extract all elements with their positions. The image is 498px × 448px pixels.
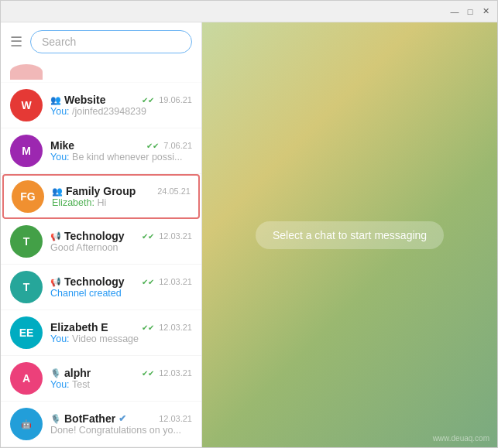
avatar: FG	[12, 180, 44, 213]
read-check-icon: ✔✔	[142, 278, 154, 286]
list-item[interactable]: T📢Technology✔✔12.03.21Good Afternoon	[1, 219, 201, 265]
chat-name: Mike	[50, 139, 74, 152]
read-check-icon: ✔✔	[142, 232, 154, 241]
chat-preview: You: /joinfed23948239	[50, 106, 192, 117]
preview-sender: You:	[50, 152, 72, 162]
chat-info: Mike✔✔7.06.21You: Be kind whenever possi…	[50, 139, 192, 162]
list-item[interactable]: 🤖🎙️BotFather✔12.03.21Done! Congratulatio…	[1, 402, 201, 447]
avatar: W	[10, 89, 43, 121]
mic-icon: 🎙️	[50, 414, 61, 424]
app-window: — □ ✕ ☰ W👥Website✔✔19.06.21You: /joinfed…	[0, 0, 498, 448]
read-check-icon: ✔✔	[142, 96, 154, 104]
mic-icon: 🎙️	[50, 368, 61, 378]
preview-sender: You:	[50, 379, 72, 390]
list-item[interactable]	[1, 61, 201, 83]
avatar: A	[10, 362, 43, 395]
hamburger-icon[interactable]: ☰	[10, 33, 22, 50]
sidebar-header: ☰	[1, 22, 201, 61]
minimize-button[interactable]: —	[448, 5, 462, 19]
chat-name: Elizabeth E	[50, 321, 108, 333]
group-icon: 👥	[50, 95, 61, 105]
chat-name: 📢Technology	[50, 230, 125, 242]
maximize-button[interactable]: □	[463, 5, 477, 19]
search-input[interactable]	[30, 30, 192, 53]
chat-date: 19.06.21	[159, 95, 192, 104]
chat-name: 📢Technology	[50, 275, 125, 288]
list-item[interactable]: W👥Website✔✔19.06.21You: /joinfed23948239	[1, 83, 201, 128]
chat-info: Elizabeth E✔✔12.03.21You: Video message	[50, 321, 192, 344]
avatar: 🤖	[10, 408, 43, 440]
read-check-icon: ✔✔	[142, 323, 154, 332]
read-check-icon: ✔✔	[146, 142, 159, 150]
right-panel: Select a chat to start messaging www.deu…	[202, 22, 497, 447]
avatar: T	[10, 225, 43, 258]
preview-sender: You:	[50, 106, 72, 117]
list-item[interactable]: FG👥Family Group24.05.21Elizabeth: Hi	[2, 174, 200, 219]
chat-date: 12.03.21	[159, 414, 192, 423]
avatar: T	[10, 271, 43, 303]
chat-info: 🎙️alphr✔✔12.03.21You: Test	[50, 367, 192, 390]
titlebar: — □ ✕	[1, 1, 497, 22]
chat-info: 📢Technology✔✔12.03.21Channel created	[50, 275, 192, 299]
chat-name: 👥Website	[50, 94, 105, 106]
chat-date: 24.05.21	[157, 186, 191, 196]
chat-date: 7.06.21	[163, 141, 192, 150]
chat-date: 12.03.21	[159, 368, 192, 378]
avatar: M	[10, 135, 43, 167]
select-chat-message: Select a chat to start messaging	[256, 221, 444, 249]
channel-icon: 📢	[50, 231, 61, 241]
chat-date: 12.03.21	[159, 323, 192, 332]
chat-date: 12.03.21	[159, 277, 192, 286]
chat-info: 🎙️BotFather✔12.03.21Done! Congratulation…	[50, 412, 192, 436]
chat-preview: Elizabeth: Hi	[52, 197, 191, 208]
chat-name: 👥Family Group	[52, 185, 136, 197]
list-item[interactable]: EEElizabeth E✔✔12.03.21You: Video messag…	[1, 310, 201, 356]
verify-icon: ✔	[118, 413, 126, 424]
chat-info: 👥Family Group24.05.21Elizabeth: Hi	[52, 185, 191, 208]
channel-icon: 📢	[50, 277, 61, 287]
chat-preview: You: Video message	[50, 333, 192, 344]
chat-preview: Channel created	[50, 288, 192, 299]
list-item[interactable]: T📢Technology✔✔12.03.21Channel created	[1, 265, 201, 310]
sidebar: ☰ W👥Website✔✔19.06.21You: /joinfed239482…	[1, 22, 202, 447]
chat-list: W👥Website✔✔19.06.21You: /joinfed23948239…	[1, 61, 201, 447]
main-layout: ☰ W👥Website✔✔19.06.21You: /joinfed239482…	[1, 22, 497, 447]
watermark: www.deuaq.com	[433, 434, 489, 443]
chat-preview: Good Afternoon	[50, 242, 192, 253]
chat-date: 12.03.21	[159, 231, 192, 241]
close-button[interactable]: ✕	[479, 5, 493, 19]
list-item[interactable]: MMike✔✔7.06.21You: Be kind whenever poss…	[1, 128, 201, 174]
chat-preview: You: Be kind whenever possi...	[50, 152, 192, 162]
preview-sender: You:	[50, 333, 72, 344]
chat-name: 🎙️BotFather✔	[50, 412, 126, 425]
preview-sender: Elizabeth:	[52, 197, 97, 208]
chat-preview: Done! Congratulations on yo...	[50, 425, 192, 436]
chat-preview: You: Test	[50, 379, 192, 390]
chat-info: 👥Website✔✔19.06.21You: /joinfed23948239	[50, 94, 192, 117]
list-item[interactable]: A🎙️alphr✔✔12.03.21You: Test	[1, 356, 201, 402]
chat-info: 📢Technology✔✔12.03.21Good Afternoon	[50, 230, 192, 253]
chat-name: 🎙️alphr	[50, 367, 91, 379]
avatar: EE	[10, 316, 43, 349]
read-check-icon: ✔✔	[142, 369, 154, 378]
group-icon: 👥	[52, 186, 63, 197]
